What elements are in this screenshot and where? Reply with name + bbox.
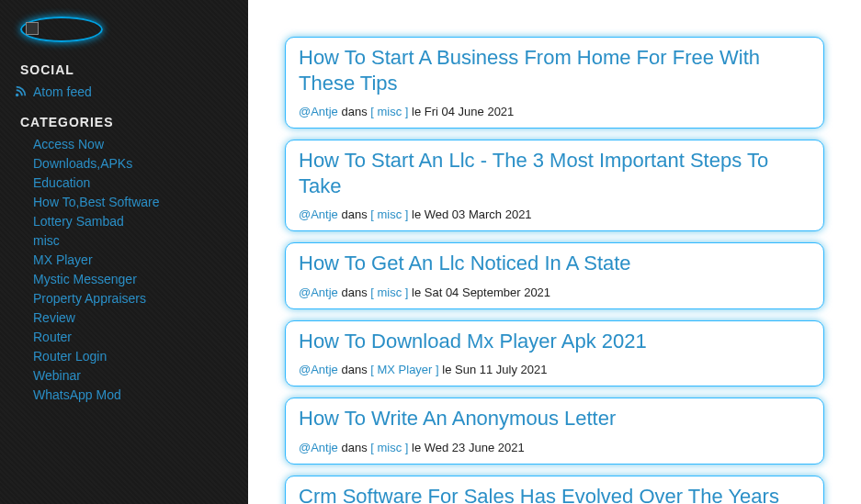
- categories-heading: CATEGORIES: [20, 115, 228, 129]
- post-title-link[interactable]: How To Start A Business From Home For Fr…: [299, 45, 810, 95]
- post-meta: @Antje dans [ misc ] le Wed 23 June 2021: [299, 441, 810, 454]
- post-category-link[interactable]: [ MX Player ]: [370, 363, 438, 376]
- rss-icon: [15, 84, 28, 97]
- post-meta: @Antje dans [ misc ] le Sat 04 September…: [299, 286, 810, 299]
- category-link[interactable]: Education: [33, 174, 228, 193]
- category-link[interactable]: MX Player: [33, 251, 228, 270]
- atom-feed-label[interactable]: Atom feed: [33, 83, 228, 102]
- category-link[interactable]: Mystic Messenger: [33, 270, 228, 289]
- category-link[interactable]: Webinar: [33, 366, 228, 386]
- category-link[interactable]: Router: [33, 328, 228, 347]
- sidebar: SOCIAL Atom feed CATEGORIES Access NowDo…: [0, 0, 248, 504]
- category-link[interactable]: Lottery Sambad: [33, 212, 228, 231]
- category-link[interactable]: Access Now: [33, 135, 228, 154]
- post-author-link[interactable]: @Antje: [299, 286, 338, 299]
- category-link[interactable]: WhatsApp Mod: [33, 386, 228, 405]
- post-card: How To Download Mx Player Apk 2021@Antje…: [285, 320, 824, 387]
- post-meta: @Antje dans [ misc ] le Wed 03 March 202…: [299, 207, 810, 221]
- post-meta: @Antje dans [ MX Player ] le Sun 11 July…: [299, 363, 810, 376]
- category-link[interactable]: Review: [33, 308, 228, 328]
- category-link[interactable]: misc: [33, 231, 228, 251]
- post-category-link[interactable]: [ misc ]: [370, 105, 408, 118]
- post-author-link[interactable]: @Antje: [299, 363, 338, 376]
- post-author-link[interactable]: @Antje: [299, 441, 338, 454]
- category-list: Access NowDownloads,APKsEducationHow To,…: [33, 135, 228, 405]
- post-card: How To Get An Llc Noticed In A State@Ant…: [285, 242, 824, 309]
- post-category-link[interactable]: [ misc ]: [370, 207, 408, 221]
- post-card: How To Start A Business From Home For Fr…: [285, 37, 824, 129]
- post-title-link[interactable]: How To Start An Llc - The 3 Most Importa…: [299, 148, 810, 198]
- social-heading: SOCIAL: [20, 62, 228, 77]
- post-title-link[interactable]: How To Write An Anonymous Letter: [299, 406, 810, 431]
- post-card: Crm Software For Sales Has Evolved Over …: [285, 476, 824, 505]
- post-card: How To Write An Anonymous Letter@Antje d…: [285, 398, 824, 465]
- post-list: How To Start A Business From Home For Fr…: [248, 0, 861, 504]
- post-category-link[interactable]: [ misc ]: [370, 441, 408, 454]
- site-logo[interactable]: [20, 17, 228, 46]
- category-link[interactable]: Router Login: [33, 347, 228, 366]
- post-card: How To Start An Llc - The 3 Most Importa…: [285, 140, 824, 231]
- logo-icon: [20, 17, 103, 42]
- post-title-link[interactable]: Crm Software For Sales Has Evolved Over …: [299, 484, 810, 505]
- category-link[interactable]: How To,Best Software: [33, 193, 228, 212]
- post-title-link[interactable]: How To Get An Llc Noticed In A State: [299, 251, 810, 276]
- atom-feed-link[interactable]: Atom feed: [20, 83, 228, 102]
- post-title-link[interactable]: How To Download Mx Player Apk 2021: [299, 329, 810, 354]
- post-author-link[interactable]: @Antje: [299, 105, 338, 118]
- category-link[interactable]: Downloads,APKs: [33, 154, 228, 174]
- post-author-link[interactable]: @Antje: [299, 207, 338, 221]
- category-link[interactable]: Property Appraisers: [33, 289, 228, 308]
- post-category-link[interactable]: [ misc ]: [370, 286, 408, 299]
- post-meta: @Antje dans [ misc ] le Fri 04 June 2021: [299, 105, 810, 118]
